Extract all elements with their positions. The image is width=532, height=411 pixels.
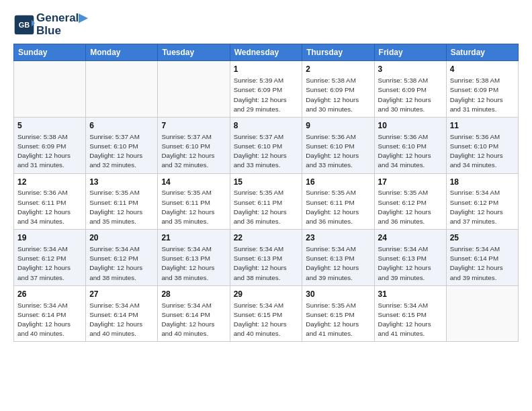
cell-info: Sunrise: 5:38 AM Sunset: 6:09 PM Dayligh… [306, 76, 370, 114]
logo: GB General▶ Blue [13, 12, 87, 37]
week-row-4: 19Sunrise: 5:34 AM Sunset: 6:12 PM Dayli… [14, 230, 519, 286]
calendar-cell [86, 61, 158, 118]
cell-content: 25Sunrise: 5:34 AM Sunset: 6:14 PM Dayli… [450, 232, 515, 283]
logo-general: General▶ [36, 12, 87, 25]
day-number: 17 [378, 177, 443, 188]
cell-info: Sunrise: 5:34 AM Sunset: 6:13 PM Dayligh… [161, 244, 226, 283]
cell-content: 3Sunrise: 5:38 AM Sunset: 6:09 PM Daylig… [378, 64, 443, 114]
day-number: 28 [161, 289, 226, 300]
cell-content: 18Sunrise: 5:34 AM Sunset: 6:12 PM Dayli… [450, 177, 515, 227]
day-number: 11 [450, 120, 515, 132]
cell-content: 20Sunrise: 5:34 AM Sunset: 6:12 PM Dayli… [89, 232, 154, 283]
day-number: 8 [234, 120, 299, 132]
cell-content: 14Sunrise: 5:35 AM Sunset: 6:11 PM Dayli… [161, 177, 226, 227]
week-row-1: 1Sunrise: 5:39 AM Sunset: 6:09 PM Daylig… [14, 61, 519, 118]
calendar-table: SundayMondayTuesdayWednesdayThursdayFrid… [13, 44, 519, 342]
day-number: 7 [161, 120, 226, 132]
page: GB General▶ Blue SundayMondayTuesdayWedn… [0, 0, 532, 411]
day-number: 30 [306, 289, 370, 300]
calendar-cell: 7Sunrise: 5:37 AM Sunset: 6:10 PM Daylig… [158, 117, 230, 173]
week-row-5: 26Sunrise: 5:34 AM Sunset: 6:14 PM Dayli… [14, 285, 519, 342]
logo-icon: GB [13, 14, 35, 36]
cell-info: Sunrise: 5:36 AM Sunset: 6:10 PM Dayligh… [378, 132, 443, 171]
day-number: 12 [17, 177, 82, 188]
cell-content: 8Sunrise: 5:37 AM Sunset: 6:10 PM Daylig… [234, 120, 299, 171]
cell-info: Sunrise: 5:34 AM Sunset: 6:13 PM Dayligh… [378, 244, 443, 283]
calendar-cell: 17Sunrise: 5:35 AM Sunset: 6:12 PM Dayli… [374, 173, 446, 230]
calendar-cell: 14Sunrise: 5:35 AM Sunset: 6:11 PM Dayli… [158, 173, 230, 230]
calendar-cell: 31Sunrise: 5:34 AM Sunset: 6:15 PM Dayli… [374, 285, 446, 342]
calendar-cell: 2Sunrise: 5:38 AM Sunset: 6:09 PM Daylig… [302, 61, 374, 118]
cell-info: Sunrise: 5:34 AM Sunset: 6:12 PM Dayligh… [450, 188, 515, 226]
day-number: 15 [234, 177, 299, 188]
cell-content: 28Sunrise: 5:34 AM Sunset: 6:14 PM Dayli… [161, 289, 226, 339]
cell-content: 26Sunrise: 5:34 AM Sunset: 6:14 PM Dayli… [17, 289, 82, 339]
calendar-cell: 16Sunrise: 5:35 AM Sunset: 6:11 PM Dayli… [302, 173, 374, 230]
col-header-sunday: Sunday [14, 44, 86, 61]
cell-info: Sunrise: 5:34 AM Sunset: 6:12 PM Dayligh… [17, 244, 82, 283]
svg-text:GB: GB [19, 21, 30, 29]
day-number: 9 [306, 120, 370, 132]
calendar-cell: 4Sunrise: 5:38 AM Sunset: 6:09 PM Daylig… [446, 61, 518, 118]
cell-content: 12Sunrise: 5:36 AM Sunset: 6:11 PM Dayli… [17, 177, 82, 227]
calendar-cell: 24Sunrise: 5:34 AM Sunset: 6:13 PM Dayli… [374, 230, 446, 286]
day-number: 2 [306, 64, 370, 75]
calendar-cell: 6Sunrise: 5:37 AM Sunset: 6:10 PM Daylig… [86, 117, 158, 173]
calendar-cell: 26Sunrise: 5:34 AM Sunset: 6:14 PM Dayli… [14, 285, 86, 342]
day-number: 27 [89, 289, 154, 300]
cell-content: 30Sunrise: 5:35 AM Sunset: 6:15 PM Dayli… [306, 289, 370, 339]
day-number: 26 [17, 289, 82, 300]
cell-content: 7Sunrise: 5:37 AM Sunset: 6:10 PM Daylig… [161, 120, 226, 171]
cell-content: 31Sunrise: 5:34 AM Sunset: 6:15 PM Dayli… [378, 289, 443, 339]
day-number: 23 [306, 232, 370, 244]
header: GB General▶ Blue [13, 12, 519, 37]
cell-content: 4Sunrise: 5:38 AM Sunset: 6:09 PM Daylig… [450, 64, 515, 114]
cell-info: Sunrise: 5:36 AM Sunset: 6:10 PM Dayligh… [450, 132, 515, 171]
calendar-cell: 22Sunrise: 5:34 AM Sunset: 6:13 PM Dayli… [230, 230, 302, 286]
col-header-wednesday: Wednesday [230, 44, 302, 61]
cell-info: Sunrise: 5:34 AM Sunset: 6:14 PM Dayligh… [161, 301, 226, 339]
calendar-cell: 18Sunrise: 5:34 AM Sunset: 6:12 PM Dayli… [446, 173, 518, 230]
cell-content: 13Sunrise: 5:35 AM Sunset: 6:11 PM Dayli… [89, 177, 154, 227]
cell-content: 10Sunrise: 5:36 AM Sunset: 6:10 PM Dayli… [378, 120, 443, 171]
cell-info: Sunrise: 5:37 AM Sunset: 6:10 PM Dayligh… [234, 132, 299, 171]
col-header-monday: Monday [86, 44, 158, 61]
calendar-cell: 8Sunrise: 5:37 AM Sunset: 6:10 PM Daylig… [230, 117, 302, 173]
calendar-cell [14, 61, 86, 118]
calendar-cell: 20Sunrise: 5:34 AM Sunset: 6:12 PM Dayli… [86, 230, 158, 286]
week-row-3: 12Sunrise: 5:36 AM Sunset: 6:11 PM Dayli… [14, 173, 519, 230]
calendar-cell [446, 285, 518, 342]
day-number: 1 [234, 64, 299, 75]
cell-info: Sunrise: 5:35 AM Sunset: 6:11 PM Dayligh… [89, 188, 154, 226]
cell-info: Sunrise: 5:39 AM Sunset: 6:09 PM Dayligh… [234, 76, 299, 114]
calendar-cell: 12Sunrise: 5:36 AM Sunset: 6:11 PM Dayli… [14, 173, 86, 230]
cell-info: Sunrise: 5:34 AM Sunset: 6:13 PM Dayligh… [234, 244, 299, 283]
calendar-cell [158, 61, 230, 118]
calendar-cell: 15Sunrise: 5:35 AM Sunset: 6:11 PM Dayli… [230, 173, 302, 230]
cell-content: 16Sunrise: 5:35 AM Sunset: 6:11 PM Dayli… [306, 177, 370, 227]
day-number: 22 [234, 232, 299, 244]
cell-info: Sunrise: 5:38 AM Sunset: 6:09 PM Dayligh… [450, 76, 515, 114]
cell-info: Sunrise: 5:37 AM Sunset: 6:10 PM Dayligh… [89, 132, 154, 171]
day-number: 5 [17, 120, 82, 132]
calendar-cell: 21Sunrise: 5:34 AM Sunset: 6:13 PM Dayli… [158, 230, 230, 286]
cell-info: Sunrise: 5:35 AM Sunset: 6:11 PM Dayligh… [306, 188, 370, 226]
cell-content: 9Sunrise: 5:36 AM Sunset: 6:10 PM Daylig… [306, 120, 370, 171]
cell-content: 21Sunrise: 5:34 AM Sunset: 6:13 PM Dayli… [161, 232, 226, 283]
calendar-cell: 9Sunrise: 5:36 AM Sunset: 6:10 PM Daylig… [302, 117, 374, 173]
calendar-cell: 29Sunrise: 5:34 AM Sunset: 6:15 PM Dayli… [230, 285, 302, 342]
cell-info: Sunrise: 5:36 AM Sunset: 6:10 PM Dayligh… [306, 132, 370, 171]
col-header-friday: Friday [374, 44, 446, 61]
cell-content: 15Sunrise: 5:35 AM Sunset: 6:11 PM Dayli… [234, 177, 299, 227]
cell-info: Sunrise: 5:34 AM Sunset: 6:13 PM Dayligh… [306, 244, 370, 283]
calendar-cell: 10Sunrise: 5:36 AM Sunset: 6:10 PM Dayli… [374, 117, 446, 173]
day-number: 31 [378, 289, 443, 300]
day-number: 6 [89, 120, 154, 132]
day-number: 4 [450, 64, 515, 75]
day-number: 21 [161, 232, 226, 244]
calendar-cell: 13Sunrise: 5:35 AM Sunset: 6:11 PM Dayli… [86, 173, 158, 230]
col-header-thursday: Thursday [302, 44, 374, 61]
cell-info: Sunrise: 5:35 AM Sunset: 6:11 PM Dayligh… [161, 188, 226, 226]
day-number: 16 [306, 177, 370, 188]
cell-content: 19Sunrise: 5:34 AM Sunset: 6:12 PM Dayli… [17, 232, 82, 283]
